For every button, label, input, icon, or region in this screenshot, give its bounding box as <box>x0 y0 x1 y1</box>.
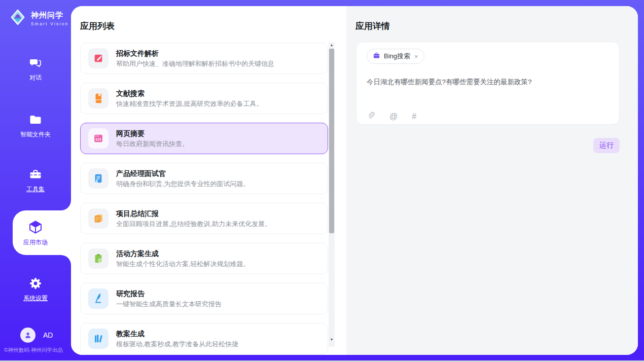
app-card-description: 模板驱动,教案秒成,教学准备从此轻松快捷 <box>116 340 238 348</box>
interview-doc-icon <box>88 168 109 189</box>
app-card-title: 研究报告 <box>116 289 222 298</box>
bubble-fillet-bottom <box>61 255 71 265</box>
sidebar-item-label: 智能文件夹 <box>0 130 71 139</box>
attachment-icon[interactable] <box>367 111 375 122</box>
app-list-panel: 应用列表 招标文件解析 帮助用户快速、准确地理解和解析招标书中的关键信息 <box>71 6 346 355</box>
close-icon[interactable]: × <box>414 53 418 60</box>
app-card-description: 一键智能生成高质量长文本研究报告 <box>116 300 222 308</box>
app-card-title: 产品经理面试官 <box>116 169 250 178</box>
document-edit-icon <box>88 48 109 68</box>
mention-icon[interactable]: @ <box>389 112 398 121</box>
folder-icon <box>0 113 71 127</box>
main-content: 应用列表 招标文件解析 帮助用户快速、准确地理解和解析招标书中的关键信息 <box>71 6 638 355</box>
brand-tagline: Smart Vision <box>31 21 68 26</box>
cube-icon <box>0 220 71 235</box>
sidebar-item-settings[interactable]: 系统设置 <box>0 276 71 303</box>
app-card-description: 智能生成个性化活动方案,轻松解决规划难题。 <box>116 260 250 268</box>
app-card-title: 网页摘要 <box>116 129 189 138</box>
app-card-lesson-plan[interactable]: 教案生成 模板驱动,教案秒成,教学准备从此轻松快捷 <box>80 323 328 354</box>
scroll-down-icon[interactable]: ▼ <box>329 338 335 341</box>
app-card-research-report[interactable]: 研究报告 一键智能生成高质量长文本研究报告 <box>80 283 328 314</box>
user-account[interactable]: AD <box>20 328 53 343</box>
brand-logo: 神州问学 Smart Vision <box>8 8 68 29</box>
brand-name: 神州问学 <box>31 11 63 19</box>
avatar <box>20 328 35 343</box>
clipboard-check-icon <box>88 248 109 269</box>
app-card-pm-interviewer[interactable]: 产品经理面试官 明确身份和职责,为您提供专业性的面试问题。 <box>80 163 328 194</box>
gear-icon <box>0 276 71 291</box>
copyright-footer: ©神州数码·神州问学出品 <box>4 347 71 354</box>
app-card-list: 招标文件解析 帮助用户快速、准确地理解和解析招标书中的关键信息 文献搜索 快速精… <box>80 43 328 355</box>
app-window: { "brand": { "name": "神州问学", "tagline": … <box>0 0 644 362</box>
composer-toolbar: @ # <box>367 111 416 122</box>
list-scrollbar[interactable]: ▲ ▼ <box>329 43 335 347</box>
toolbox-icon <box>0 167 71 182</box>
chat-icon <box>0 56 71 70</box>
app-card-title: 项目总结汇报 <box>116 209 271 218</box>
note-icon <box>88 208 109 229</box>
app-card-description: 快速精准查找学术资源,提高研究效率的必备工具。 <box>116 100 263 108</box>
sidebar: 神州问学 Smart Vision 对话 智能文件夹 <box>0 0 71 362</box>
sidebar-item-smart-folder[interactable]: 智能文件夹 <box>0 113 71 139</box>
app-card-description: 明确身份和职责,为您提供专业性的面试问题。 <box>116 180 250 188</box>
app-detail-title: 应用详情 <box>355 20 390 32</box>
app-card-literature-search[interactable]: 文献搜索 快速精准查找学术资源,提高研究效率的必备工具。 <box>80 83 328 114</box>
browser-code-icon <box>88 128 109 149</box>
scrollbar-thumb[interactable] <box>329 49 334 233</box>
bubble-fillet-top <box>61 200 71 210</box>
app-card-project-summary[interactable]: 项目总结汇报 全面回顾项目进展,总结经验教训,助力未来优化发展。 <box>80 203 328 234</box>
app-detail-panel: 应用详情 Bing搜索 × 今日湖北有哪些新闻要点?有哪些需要关注的最新政策? <box>346 6 638 355</box>
scroll-up-icon[interactable]: ▲ <box>329 43 335 47</box>
app-card-bid-analysis[interactable]: 招标文件解析 帮助用户快速、准确地理解和解析招标书中的关键信息 <box>80 43 328 74</box>
app-card-title: 教案生成 <box>116 330 238 338</box>
app-card-event-plan[interactable]: 活动方案生成 智能生成个性化活动方案,轻松解决规划难题。 <box>80 243 328 274</box>
app-card-title: 文献搜索 <box>116 89 263 98</box>
sidebar-item-label: 应用市场 <box>0 238 71 247</box>
tool-chip-label: Bing搜索 <box>384 52 410 61</box>
book-icon <box>88 88 109 108</box>
prompt-text: 今日湖北有哪些新闻要点?有哪些需要关注的最新政策? <box>367 78 605 87</box>
app-card-description: 全面回顾项目进展,总结经验教训,助力未来优化发展。 <box>116 220 271 228</box>
run-button[interactable]: 运行 <box>593 138 620 153</box>
app-list-title: 应用列表 <box>80 20 115 32</box>
prompt-input-area[interactable]: Bing搜索 × 今日湖北有哪些新闻要点?有哪些需要关注的最新政策? @ # <box>356 42 620 125</box>
sidebar-item-toolset[interactable]: 工具集 <box>0 167 71 194</box>
diamond-logo-icon <box>8 8 27 29</box>
sidebar-item-app-market[interactable]: 应用市场 <box>0 220 71 247</box>
user-name: AD <box>43 331 53 339</box>
app-card-web-summary[interactable]: 网页摘要 每日政府新闻资讯快查。 <box>80 123 328 154</box>
app-card-title: 招标文件解析 <box>116 49 274 58</box>
app-card-description: 帮助用户快速、准确地理解和解析招标书中的关键信息 <box>116 60 274 68</box>
sidebar-item-label: 对话 <box>0 74 71 82</box>
tool-chip-bing-search[interactable]: Bing搜索 × <box>367 49 424 64</box>
books-icon <box>88 329 109 349</box>
briefcase-icon <box>373 52 380 61</box>
app-card-title: 活动方案生成 <box>116 249 250 258</box>
sidebar-item-label: 系统设置 <box>0 294 71 303</box>
app-card-description: 每日政府新闻资讯快查。 <box>116 140 189 148</box>
sidebar-item-label: 工具集 <box>0 185 71 194</box>
hash-icon[interactable]: # <box>412 112 416 121</box>
microscope-icon <box>88 288 109 309</box>
sidebar-item-chat[interactable]: 对话 <box>0 56 71 82</box>
